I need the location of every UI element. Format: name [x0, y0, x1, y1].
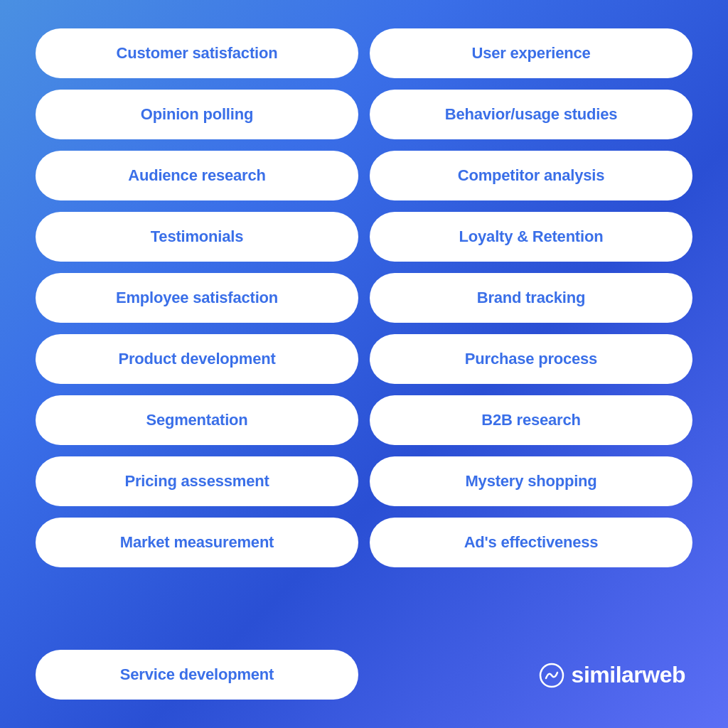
pill-left-5: Product development — [36, 334, 358, 384]
pill-label: Product development — [118, 350, 275, 368]
pill-label: Mystery shopping — [465, 472, 596, 491]
pill-left-7: Pricing assessment — [36, 456, 358, 506]
pill-label: Pricing assessment — [124, 472, 269, 491]
pill-right-8: Ad's effectiveness — [370, 518, 692, 567]
bottom-row: Service development similarweb — [36, 650, 692, 700]
pill-right-7: Mystery shopping — [370, 456, 692, 506]
pill-label: Employee satisfaction — [116, 289, 278, 307]
pill-right-4: Brand tracking — [370, 273, 692, 323]
pill-label: Service development — [120, 665, 274, 684]
main-grid: Customer satisfactionOpinion pollingAudi… — [36, 28, 692, 638]
pill-label: Ad's effectiveness — [464, 533, 599, 552]
pill-label: Competitor analysis — [458, 166, 604, 185]
pill-right-5: Purchase process — [370, 334, 692, 384]
similarweb-logo-icon — [539, 663, 564, 688]
pill-right-6: B2B research — [370, 395, 692, 445]
brand-name: similarweb — [572, 662, 685, 688]
pill-label: Brand tracking — [477, 289, 585, 307]
brand-area: similarweb — [370, 650, 692, 700]
pill-service-development: Service development — [36, 650, 358, 700]
pill-label: User experience — [472, 44, 591, 63]
pill-label: Behavior/usage studies — [445, 105, 618, 124]
pill-left-8: Market measurement — [36, 518, 358, 567]
app-container: Customer satisfactionOpinion pollingAudi… — [0, 0, 728, 728]
pill-label: Opinion polling — [141, 105, 253, 124]
pill-left-0: Customer satisfaction — [36, 28, 358, 78]
pill-label: Testimonials — [151, 228, 243, 246]
pill-left-3: Testimonials — [36, 212, 358, 262]
pill-right-3: Loyalty & Retention — [370, 212, 692, 262]
pill-left-6: Segmentation — [36, 395, 358, 445]
pill-label: Market measurement — [120, 533, 274, 552]
pill-label: Loyalty & Retention — [459, 228, 604, 246]
left-col: Customer satisfactionOpinion pollingAudi… — [36, 28, 358, 638]
pill-left-2: Audience research — [36, 151, 358, 200]
pill-left-1: Opinion polling — [36, 90, 358, 139]
pill-right-2: Competitor analysis — [370, 151, 692, 200]
pill-label: Customer satisfaction — [117, 44, 278, 63]
pill-label: Segmentation — [146, 411, 247, 429]
pill-label: Purchase process — [465, 350, 597, 368]
right-col: User experienceBehavior/usage studiesCom… — [370, 28, 692, 638]
pill-label: B2B research — [481, 411, 580, 429]
pill-right-0: User experience — [370, 28, 692, 78]
pill-right-1: Behavior/usage studies — [370, 90, 692, 139]
pill-label: Audience research — [128, 166, 265, 185]
pill-left-4: Employee satisfaction — [36, 273, 358, 323]
brand: similarweb — [539, 662, 685, 694]
